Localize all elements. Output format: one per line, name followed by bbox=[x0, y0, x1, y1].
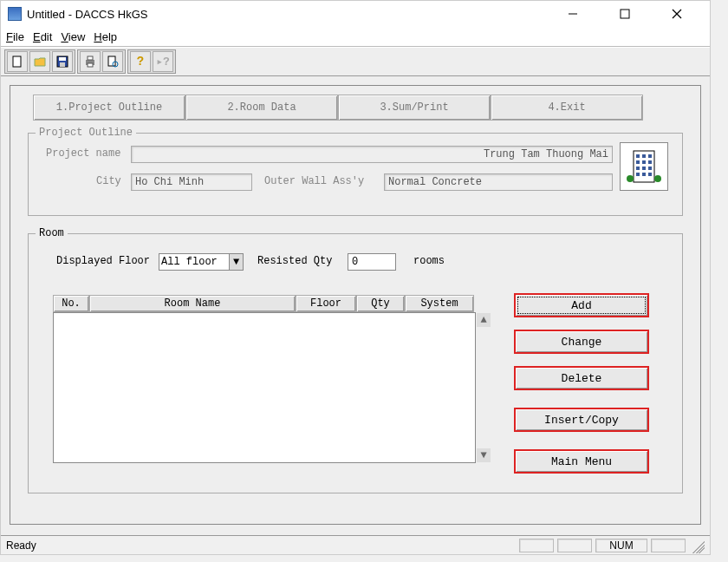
menu-view[interactable]: View bbox=[61, 30, 85, 43]
svg-rect-18 bbox=[642, 160, 646, 164]
content-area: 1.Project Outline 2.Room Data 3.Sum/Prin… bbox=[10, 85, 701, 525]
status-cell-1 bbox=[519, 539, 554, 552]
svg-rect-22 bbox=[648, 167, 652, 170]
toolbar-open[interactable] bbox=[29, 51, 50, 72]
main-window: Untitled - DACCS HkGS File Edit View Hel… bbox=[0, 0, 711, 555]
toolbar-help[interactable]: ? bbox=[130, 51, 151, 72]
toolbar-save[interactable] bbox=[52, 51, 73, 72]
room-table-body: ▲ ▼ bbox=[53, 312, 476, 463]
resisted-qty-label: Resisted Qty bbox=[257, 255, 332, 267]
status-cell-2 bbox=[557, 539, 592, 552]
toolbar-print[interactable] bbox=[80, 51, 101, 72]
scroll-up-icon[interactable]: ▲ bbox=[477, 313, 491, 327]
status-ready: Ready bbox=[6, 539, 36, 552]
preview-icon bbox=[107, 56, 119, 68]
wall-field[interactable] bbox=[384, 173, 613, 191]
open-icon bbox=[34, 56, 46, 68]
window-title: Untitled - DACCS HkGS bbox=[27, 8, 556, 21]
toolbar-group-print bbox=[77, 49, 126, 74]
toolbar-preview[interactable] bbox=[102, 51, 123, 72]
svg-rect-16 bbox=[648, 154, 652, 158]
svg-rect-7 bbox=[60, 62, 65, 67]
svg-rect-15 bbox=[642, 154, 646, 158]
menu-file[interactable]: File bbox=[6, 30, 24, 43]
city-label: City bbox=[96, 175, 121, 187]
col-system[interactable]: System bbox=[405, 295, 474, 312]
svg-rect-11 bbox=[108, 56, 115, 66]
menubar: File Edit View Help bbox=[1, 27, 710, 46]
tab-project-outline[interactable]: 1.Project Outline bbox=[33, 95, 185, 121]
rooms-suffix: rooms bbox=[413, 255, 445, 267]
svg-rect-14 bbox=[636, 154, 640, 158]
delete-button[interactable]: Delete bbox=[514, 366, 649, 390]
col-name[interactable]: Room Name bbox=[89, 295, 296, 312]
svg-rect-1 bbox=[621, 10, 629, 18]
resisted-qty-field[interactable]: 0 bbox=[348, 253, 396, 271]
col-qty[interactable]: Qty bbox=[356, 295, 405, 312]
svg-point-26 bbox=[627, 175, 634, 182]
main-menu-button[interactable]: Main Menu bbox=[514, 449, 649, 474]
svg-point-27 bbox=[654, 175, 661, 182]
nav-tabs: 1.Project Outline 2.Room Data 3.Sum/Prin… bbox=[33, 95, 643, 121]
tab-sum-print[interactable]: 3.Sum/Print bbox=[338, 95, 491, 121]
group-project-legend: Project Outline bbox=[36, 127, 136, 139]
svg-rect-25 bbox=[648, 173, 652, 176]
save-icon bbox=[56, 56, 68, 68]
svg-rect-19 bbox=[648, 160, 652, 164]
resize-grip-icon[interactable] bbox=[689, 538, 705, 553]
svg-rect-10 bbox=[88, 63, 93, 67]
svg-rect-4 bbox=[13, 56, 21, 67]
city-field[interactable] bbox=[131, 173, 252, 191]
room-table-header: No. Room Name Floor Qty System bbox=[53, 295, 474, 312]
menu-help[interactable]: Help bbox=[94, 30, 117, 43]
group-room-legend: Room bbox=[36, 227, 68, 239]
resisted-qty-value: 0 bbox=[352, 256, 358, 268]
help-icon: ? bbox=[137, 55, 144, 69]
building-svg-icon bbox=[625, 147, 663, 186]
close-button[interactable] bbox=[660, 3, 694, 24]
svg-rect-6 bbox=[59, 57, 66, 61]
minimize-icon bbox=[568, 9, 578, 19]
status-cell-3 bbox=[651, 539, 686, 552]
minimize-button[interactable] bbox=[556, 3, 590, 24]
client-area: ? ▸? 1.Project Outline 2.Room Data 3.Sum… bbox=[1, 46, 710, 535]
toolbar-context-help[interactable]: ▸? bbox=[153, 51, 173, 72]
toolbar-group-file bbox=[4, 49, 75, 74]
svg-rect-24 bbox=[642, 173, 646, 176]
titlebar: Untitled - DACCS HkGS bbox=[1, 1, 710, 27]
col-floor[interactable]: Floor bbox=[296, 295, 356, 312]
new-icon bbox=[11, 56, 23, 68]
displayed-floor-label: Displayed Floor bbox=[56, 255, 150, 267]
project-name-field[interactable] bbox=[131, 146, 613, 163]
wall-label: Outer Wall Ass'y bbox=[264, 175, 364, 187]
statusbar: Ready NUM bbox=[1, 535, 710, 554]
print-icon bbox=[84, 56, 96, 68]
close-icon bbox=[672, 9, 682, 19]
scroll-down-icon[interactable]: ▼ bbox=[477, 448, 491, 462]
tab-room-data[interactable]: 2.Room Data bbox=[185, 95, 338, 121]
window-controls bbox=[556, 3, 694, 24]
maximize-button[interactable] bbox=[608, 3, 642, 24]
status-num: NUM bbox=[595, 539, 647, 552]
svg-rect-21 bbox=[642, 167, 646, 170]
menu-edit[interactable]: Edit bbox=[33, 30, 52, 43]
col-no[interactable]: No. bbox=[53, 295, 89, 312]
group-project-outline: Project Outline Project name City Outer … bbox=[28, 133, 683, 216]
change-button[interactable]: Change bbox=[514, 330, 649, 354]
building-icon bbox=[620, 142, 668, 191]
svg-rect-17 bbox=[636, 160, 640, 164]
chevron-down-icon: ▼ bbox=[229, 254, 243, 270]
displayed-floor-value: All floor bbox=[161, 256, 218, 268]
context-help-icon: ▸? bbox=[156, 55, 170, 69]
displayed-floor-dropdown[interactable]: All floor ▼ bbox=[159, 253, 244, 271]
insert-copy-button[interactable]: Insert/Copy bbox=[514, 408, 649, 432]
toolbar: ? ▸? bbox=[1, 47, 710, 76]
svg-rect-20 bbox=[636, 167, 640, 170]
group-room: Room Displayed Floor All floor ▼ Resiste… bbox=[28, 233, 683, 493]
maximize-icon bbox=[620, 9, 630, 19]
tab-exit[interactable]: 4.Exit bbox=[491, 95, 643, 121]
svg-rect-9 bbox=[88, 56, 93, 60]
svg-rect-23 bbox=[636, 173, 640, 176]
toolbar-new[interactable] bbox=[7, 51, 28, 72]
add-button[interactable]: Add bbox=[514, 293, 649, 317]
